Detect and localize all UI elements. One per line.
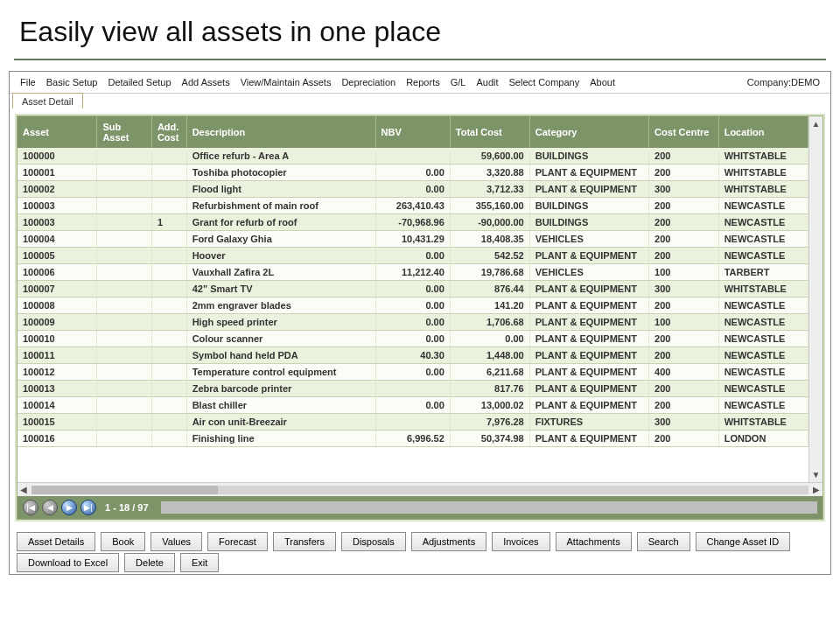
tab-asset-detail[interactable]: Asset Detail [12,93,83,108]
cell-costCentre: 300 [649,281,719,298]
table-row[interactable]: 100006Vauxhall Zafira 2L11,212.4019,786.… [18,264,808,281]
table-row[interactable]: 100002Flood light0.003,712.33PLANT & EQU… [18,181,808,198]
change-asset-id-button[interactable]: Change Asset ID [696,532,791,551]
menu-depreciation[interactable]: Depreciation [336,75,401,89]
cell-desc: High speed printer [186,314,375,331]
scroll-right-icon[interactable]: ▶ [812,484,821,495]
disposals-button[interactable]: Disposals [341,532,406,551]
table-row[interactable]: 100013Zebra barcode printer817.76PLANT &… [18,381,808,397]
menu-select-company[interactable]: Select Company [504,75,585,89]
col-location[interactable]: Location [718,116,808,148]
cell-nbv: 0.00 [375,248,450,264]
cell-asset: 100003 [18,198,97,214]
book-button[interactable]: Book [101,532,145,551]
col-totalCost[interactable]: Total Cost [450,116,529,148]
cell-asset: 100001 [18,164,97,181]
cell-subAsset [97,347,152,364]
attachments-button[interactable]: Attachments [556,532,632,551]
cell-totalCost: 542.52 [450,248,529,264]
invoices-button[interactable]: Invoices [492,532,550,551]
cell-nbv: 0.00 [375,164,450,181]
menu-file[interactable]: File [15,75,41,89]
cell-addCost [151,281,186,298]
vertical-scrollbar[interactable]: ▲ ▼ [808,116,822,482]
menu-add-assets[interactable]: Add Assets [177,75,235,89]
table-row[interactable]: 1000082mm engraver blades0.00141.20PLANT… [18,298,808,314]
col-addCost[interactable]: Add. Cost [151,116,186,148]
menu-detailed-setup[interactable]: Detailed Setup [102,75,176,89]
table-row[interactable]: 100004Ford Galaxy Ghia10,431.2918,408.35… [18,231,808,248]
scroll-down-icon[interactable]: ▼ [811,469,822,480]
table-row[interactable]: 100009High speed printer0.001,706.68PLAN… [18,314,808,331]
table-row[interactable]: 100014Blast chiller0.0013,000.02PLANT & … [18,397,808,414]
table-row[interactable]: 10000742" Smart TV0.00876.44PLANT & EQUI… [18,281,808,298]
cell-totalCost: 355,160.00 [450,198,529,214]
nav-prev-button[interactable]: ◀ [42,500,58,515]
table-row[interactable]: 100012Temperature control equipment0.006… [18,364,808,381]
cell-category: FIXTURES [529,414,648,430]
scroll-left-icon[interactable]: ◀ [19,484,28,495]
col-category[interactable]: Category [529,116,648,148]
forecast-button[interactable]: Forecast [207,532,268,551]
col-subAsset[interactable]: Sub Asset [97,116,152,148]
cell-category: PLANT & EQUIPMENT [529,364,648,381]
cell-location: LONDON [718,430,808,447]
menu-reports[interactable]: Reports [401,75,445,89]
horizontal-scrollbar[interactable]: ◀ ▶ [18,482,822,496]
table-row[interactable]: 100003Refurbishment of main roof263,410.… [18,198,808,214]
cell-desc: Hoover [186,248,375,264]
cell-asset: 100010 [18,331,97,347]
col-asset[interactable]: Asset [18,116,97,148]
scroll-up-icon[interactable]: ▲ [811,118,822,130]
cell-asset: 100005 [18,248,97,264]
table-row[interactable]: 100015Air con unit-Breezair7,976.28FIXTU… [18,414,808,430]
col-nbv[interactable]: NBV [375,116,450,148]
menu-audit[interactable]: Audit [471,75,503,89]
cell-category: PLANT & EQUIPMENT [529,181,648,198]
cell-totalCost: 6,211.68 [450,364,529,381]
col-costCentre[interactable]: Cost Centre [649,116,719,148]
cell-addCost [151,148,186,164]
adjustments-button[interactable]: Adjustments [411,532,487,551]
action-row-1: Asset DetailsBookValuesForecastTransfers… [10,527,830,553]
cell-subAsset [97,164,152,181]
exit-button[interactable]: Exit [180,553,219,572]
cell-costCentre: 200 [649,214,719,231]
cell-addCost [151,181,186,198]
cell-desc: Flood light [186,181,375,198]
table-row[interactable]: 100000Office refurb - Area A59,600.00BUI… [18,148,808,164]
cell-category: VEHICLES [529,264,648,281]
col-desc[interactable]: Description [186,116,375,148]
cell-desc: Finishing line [186,430,375,447]
cell-desc: Toshiba photocopier [186,164,375,181]
cell-costCentre: 300 [649,181,719,198]
cell-nbv: 0.00 [375,298,450,314]
table-row[interactable]: 100001Toshiba photocopier0.003,320.88PLA… [18,164,808,181]
cell-desc: Vauxhall Zafira 2L [186,264,375,281]
cell-subAsset [97,414,152,430]
nav-next-button[interactable]: ▶ [61,500,77,515]
download-to-excel-button[interactable]: Download to Excel [17,553,119,572]
delete-button[interactable]: Delete [124,553,175,572]
table-row[interactable]: 1000031Grant for refurb of roof-70,968.9… [18,214,808,231]
cell-location: NEWCASTLE [718,248,808,264]
cell-totalCost: 1,706.68 [450,314,529,331]
table-row[interactable]: 100005Hoover0.00542.52PLANT & EQUIPMENT2… [18,248,808,264]
values-button[interactable]: Values [150,532,202,551]
cell-subAsset [97,381,152,397]
table-row[interactable]: 100010Colour scanner0.000.00PLANT & EQUI… [18,331,808,347]
transfers-button[interactable]: Transfers [273,532,336,551]
nav-first-button[interactable]: |◀ [23,500,38,515]
table-row[interactable]: 100016Finishing line6,996.5250,374.98PLA… [18,430,808,447]
cell-addCost [151,331,186,347]
asset-details-button[interactable]: Asset Details [17,532,95,551]
cell-costCentre: 200 [649,231,719,248]
menu-g-l[interactable]: G/L [445,75,472,89]
menu-basic-setup[interactable]: Basic Setup [41,75,103,89]
menu-view-maintain-assets[interactable]: View/Maintain Assets [235,75,337,89]
cell-nbv: 40.30 [375,347,450,364]
menu-about[interactable]: About [584,75,620,89]
table-row[interactable]: 100011Symbol hand held PDA40.301,448.00P… [18,347,808,364]
nav-last-button[interactable]: ▶| [80,500,96,515]
search-button[interactable]: Search [637,532,690,551]
